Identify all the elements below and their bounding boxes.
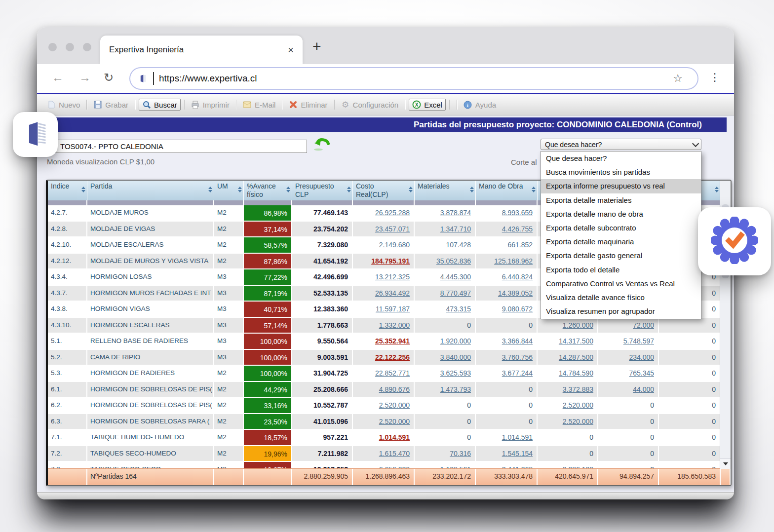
amount-cell[interactable]: 1.545.154 [476, 446, 538, 461]
amount-cell[interactable]: 765.345 [598, 366, 659, 381]
amount-cell[interactable]: 2.520.000 [538, 414, 598, 429]
amount-cell[interactable]: 26.925.288 [353, 205, 415, 221]
amount-cell[interactable]: 44.000 [598, 382, 659, 397]
reload-icon[interactable]: ↻ [104, 71, 114, 84]
amount-cell[interactable]: 4.445.300 [415, 269, 476, 285]
amount-cell[interactable]: 3.840.000 [415, 350, 476, 365]
toolbar-button-nuevo[interactable]: Nuevo [44, 99, 83, 110]
sort-icon[interactable] [409, 187, 413, 192]
dropdown-option[interactable]: Exporta informe presupuesto vs real [541, 179, 701, 193]
column-header-avance[interactable]: %Avance físico [244, 181, 292, 200]
dropdown-option[interactable]: Busca movimientos sin partidas [541, 165, 701, 179]
amount-cell[interactable]: 4.426.755 [476, 222, 538, 237]
window-control-maximize-icon[interactable] [83, 43, 91, 51]
amount-cell[interactable]: 5.748.597 [598, 334, 659, 349]
amount-cell[interactable]: 14.287.500 [538, 350, 598, 365]
undo-arrow-icon[interactable] [313, 138, 330, 152]
toolbar-button-excel[interactable]: X Excel [409, 99, 446, 111]
amount-cell[interactable]: 234.000 [598, 350, 659, 365]
amount-cell[interactable]: 125.168.962 [476, 254, 538, 269]
amount-cell[interactable]: 1.332.000 [353, 318, 415, 333]
amount-cell[interactable]: 22.852.771 [353, 366, 415, 381]
amount-cell[interactable]: 3.625.593 [415, 366, 476, 381]
amount-cell[interactable]: 22.122.256 [353, 350, 415, 365]
amount-cell[interactable]: 3.878.874 [415, 205, 476, 221]
toolbar-button-ayuda[interactable]: i Ayuda [461, 99, 499, 110]
amount-cell[interactable]: 184.795.191 [353, 254, 415, 269]
amount-cell[interactable]: 26.934.492 [353, 286, 415, 301]
amount-cell[interactable]: 35.052.836 [415, 254, 476, 269]
amount-cell[interactable]: 2.520.000 [353, 398, 415, 413]
budget-input[interactable] [47, 140, 307, 153]
amount-cell[interactable]: 3.760.756 [476, 350, 538, 365]
sort-icon[interactable] [238, 187, 242, 192]
dropdown-option[interactable]: Comparativo Control vs Ventas vs Real [541, 277, 701, 291]
sort-icon[interactable] [81, 187, 85, 192]
amount-cell[interactable]: 1.615.470 [353, 446, 415, 461]
column-header-mano-de-obra[interactable]: Mano de Obra [476, 181, 538, 200]
back-icon[interactable]: ← [52, 71, 64, 84]
dropdown-option[interactable]: Exporta detalle gasto general [541, 249, 701, 263]
column-header-presupuesto[interactable]: Presupuesto CLP [292, 181, 353, 200]
amount-cell[interactable]: 661.852 [476, 237, 538, 253]
dropdown-option[interactable]: Exporta todo el detalle [541, 263, 701, 277]
sort-icon[interactable] [208, 187, 212, 192]
column-header-partida[interactable]: Partida [87, 181, 214, 200]
amount-cell[interactable]: 70.316 [415, 446, 476, 461]
menu-icon[interactable]: ⋮ [709, 71, 720, 84]
amount-cell[interactable]: 14.389.052 [476, 286, 538, 301]
sort-icon[interactable] [347, 187, 351, 192]
toolbar-button-configuracion[interactable]: ⚙ Configuración [338, 99, 402, 110]
amount-cell[interactable]: 2.520.000 [353, 414, 415, 429]
forward-icon[interactable]: → [79, 71, 91, 84]
amount-cell[interactable]: 23.457.071 [353, 222, 415, 237]
amount-cell[interactable]: 3.366.844 [476, 334, 538, 349]
url-field[interactable]: https://www.expertiva.cl ☆ [129, 67, 698, 90]
amount-cell[interactable]: 8.770.497 [415, 286, 476, 301]
scroll-down-icon[interactable] [720, 458, 731, 469]
amount-cell[interactable]: 1.473.793 [415, 382, 476, 397]
amount-cell[interactable]: 107.428 [415, 237, 476, 253]
amount-cell[interactable]: 9.080.672 [476, 302, 538, 317]
close-tab-icon[interactable]: × [288, 44, 294, 56]
window-control-minimize-icon[interactable] [66, 43, 74, 51]
amount-cell[interactable]: 1.014.591 [353, 430, 415, 445]
amount-cell[interactable]: 4.890.676 [353, 382, 415, 397]
amount-cell[interactable]: 1.014.591 [476, 430, 538, 445]
dropdown-option[interactable]: Visualiza resumen por agrupador [541, 304, 701, 318]
toolbar-button-eliminar[interactable]: Eliminar [286, 99, 330, 110]
column-header-um[interactable]: UM [214, 181, 244, 200]
sort-icon[interactable] [286, 187, 290, 192]
column-header-costo-real[interactable]: Costo Real(CLP) [353, 181, 415, 200]
amount-cell[interactable]: 1.260.000 [538, 318, 598, 333]
dropdown-option[interactable]: Exporta detalle maquinaria [541, 235, 701, 249]
column-header-indice[interactable]: Indice [48, 181, 87, 200]
amount-cell[interactable]: 6.440.824 [476, 269, 538, 285]
amount-cell[interactable]: 473.315 [415, 302, 476, 317]
dropdown-option[interactable]: Exporta detalle subcontrato [541, 221, 701, 235]
toolbar-button-email[interactable]: E-Mail [240, 99, 279, 110]
toolbar-button-buscar[interactable]: Buscar [139, 99, 181, 111]
amount-cell[interactable]: 8.993.659 [476, 205, 538, 221]
new-tab-icon[interactable]: + [312, 38, 321, 55]
amount-cell[interactable]: 2.149.680 [353, 237, 415, 253]
sort-icon[interactable] [470, 187, 474, 192]
amount-cell[interactable]: 25.352.941 [353, 334, 415, 349]
sort-icon[interactable] [532, 187, 536, 192]
dropdown-option[interactable]: Visualiza detalle avance físico [541, 291, 701, 304]
sort-icon[interactable] [715, 187, 719, 192]
amount-cell[interactable]: 1.920.000 [415, 334, 476, 349]
amount-cell[interactable]: 3.677.244 [476, 366, 538, 381]
toolbar-button-imprimir[interactable]: Imprimir [188, 99, 232, 110]
toolbar-button-grabar[interactable]: Grabar [90, 99, 131, 110]
amount-cell[interactable]: 1.347.710 [415, 222, 476, 237]
dropdown-option[interactable]: Exporta detalle materiales [541, 193, 701, 207]
action-select[interactable]: Que desea hacer? [541, 139, 701, 150]
amount-cell[interactable]: 13.212.325 [353, 269, 415, 285]
amount-cell[interactable]: 3.372.883 [538, 382, 598, 397]
amount-cell[interactable]: 72.000 [598, 318, 659, 333]
browser-tab[interactable]: Expertiva Ingeniería × [100, 36, 303, 64]
amount-cell[interactable]: 2.520.000 [538, 398, 598, 413]
amount-cell[interactable]: 14.317.500 [538, 334, 598, 349]
window-control-close-icon[interactable] [48, 43, 57, 51]
